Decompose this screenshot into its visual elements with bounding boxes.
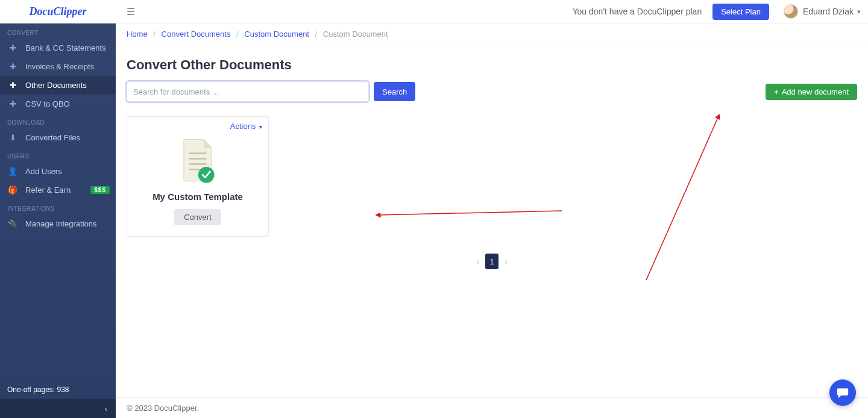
sidebar-item-csv-to-qbo[interactable]: ✚ CSV to QBO [0, 95, 116, 113]
pagination-next[interactable]: › [505, 257, 508, 266]
sidebar-item-label: Other Documents [25, 81, 87, 90]
sidebar-item-label: Converted Files [25, 133, 80, 142]
topbar: ☰ You don't have a DocuClipper plan Sele… [116, 0, 868, 23]
select-plan-button[interactable]: Select Plan [712, 4, 769, 20]
sidebar-item-label: Bank & CC Statements [25, 43, 106, 52]
chevron-left-icon: ‹ [105, 404, 107, 413]
breadcrumb-custom[interactable]: Custom Document [244, 30, 309, 39]
add-document-label: Add new document [782, 87, 849, 96]
breadcrumb-home[interactable]: Home [127, 30, 148, 39]
svg-point-4 [198, 167, 215, 183]
sidebar-item-converted-files[interactable]: ⬇ Converted Files [0, 128, 116, 147]
plan-text: You don't have a DocuClipper plan [573, 7, 702, 16]
sidebar-item-refer-earn[interactable]: 🎁 Refer & Earn $$$ [0, 181, 116, 199]
sidebar-item-other-documents[interactable]: ✚ Other Documents [0, 76, 116, 95]
plus-icon: + [774, 87, 779, 96]
convert-button[interactable]: Convert [174, 209, 221, 225]
search-input[interactable] [127, 81, 369, 102]
plus-icon: ✚ [6, 43, 19, 52]
sidebar-oneoff-pages: One-off pages: 938 [0, 381, 116, 399]
chevron-down-icon: ▾ [857, 8, 861, 16]
svg-line-5 [378, 211, 562, 215]
chat-icon [836, 386, 849, 399]
page-title: Convert Other Documents [127, 57, 857, 73]
hamburger-icon[interactable]: ☰ [127, 6, 141, 17]
pagination-page[interactable]: 1 [485, 254, 498, 269]
brand-logo[interactable]: DocuClipper [0, 0, 116, 23]
document-icon [176, 137, 219, 186]
gift-icon: 🎁 [6, 186, 19, 195]
brand-text: DocuClipper [29, 5, 86, 18]
pagination: ‹ 1 › [127, 254, 857, 269]
sidebar-section-download: DOWNLOAD [0, 113, 116, 128]
sidebar-item-label: Invoices & Receipts [25, 62, 94, 71]
sidebar-item-label: Manage Integrations [25, 219, 97, 228]
chevron-down-icon: ▾ [259, 123, 262, 130]
sidebar-item-label: CSV to QBO [25, 99, 70, 108]
sidebar-item-label: Add Users [25, 167, 62, 176]
avatar [784, 4, 798, 19]
breadcrumb-convert[interactable]: Convert Documents [162, 30, 231, 39]
plug-icon: 🔌 [6, 219, 19, 228]
sidebar-item-integrations[interactable]: 🔌 Manage Integrations [0, 214, 116, 233]
sidebar-section-convert: CONVERT [0, 23, 116, 39]
plus-icon: ✚ [6, 81, 19, 90]
sidebar-item-invoices[interactable]: ✚ Invoices & Receipts [0, 57, 116, 76]
document-card: Actions ▾ My Custom Template Convert [127, 116, 269, 237]
footer-text: © 2023 DocuClipper. [127, 404, 199, 413]
breadcrumb: Home / Convert Documents / Custom Docume… [116, 23, 868, 45]
sidebar-section-users: USERS [0, 147, 116, 162]
search-button[interactable]: Search [374, 82, 415, 101]
sidebar-item-add-users[interactable]: 👤 Add Users [0, 162, 116, 181]
plus-icon: ✚ [6, 62, 19, 71]
main-content: ☰ You don't have a DocuClipper plan Sele… [116, 0, 868, 418]
breadcrumb-current: Custom Document [323, 30, 388, 39]
sidebar: DocuClipper CONVERT ✚ Bank & CC Statemen… [0, 0, 116, 418]
sidebar-section-integrations: INTEGRATIONS [0, 199, 116, 214]
card-title: My Custom Template [134, 192, 261, 202]
chat-fab[interactable] [829, 379, 856, 406]
download-icon: ⬇ [6, 133, 19, 142]
pagination-prev[interactable]: ‹ [476, 257, 479, 266]
user-icon: 👤 [6, 167, 19, 176]
card-actions-dropdown[interactable]: Actions ▾ [230, 122, 262, 131]
card-actions-label: Actions [230, 122, 256, 131]
sidebar-collapse-toggle[interactable]: ‹ [0, 399, 116, 418]
user-menu[interactable]: Eduard Dziak ▾ [784, 4, 861, 19]
add-document-button[interactable]: + Add new document [766, 84, 857, 100]
footer: © 2023 DocuClipper. [116, 397, 868, 418]
toolbar: Search + Add new document [127, 81, 857, 102]
user-name: Eduard Dziak [803, 7, 854, 16]
refer-badge: $$$ [90, 186, 110, 194]
sidebar-item-bank[interactable]: ✚ Bank & CC Statements [0, 39, 116, 57]
sidebar-item-label: Refer & Earn [25, 186, 71, 195]
plus-icon: ✚ [6, 99, 19, 108]
